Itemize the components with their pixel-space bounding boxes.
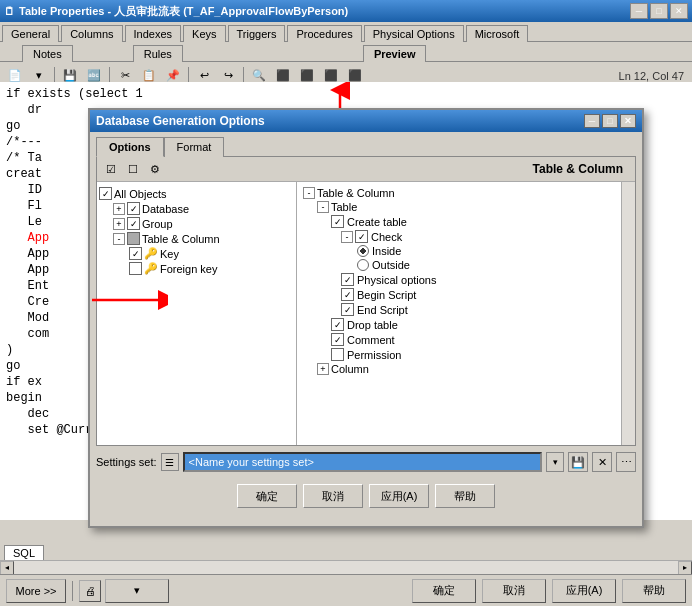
settings-more-btn[interactable]: ⋯ — [616, 452, 636, 472]
dialog-toolbar-uncheck-all[interactable]: ☐ — [123, 160, 143, 178]
more-button[interactable]: More >> — [6, 579, 66, 603]
settings-icon: ☰ — [161, 453, 179, 471]
dialog-inner-toolbar: ☑ ☐ ⚙ Table & Column — [97, 157, 635, 182]
tree-expand-database[interactable]: + — [113, 203, 125, 215]
detail-checkbox-drop-table[interactable] — [331, 318, 344, 331]
detail-radio-inside[interactable] — [357, 245, 369, 257]
dialog-tab-format[interactable]: Format — [164, 137, 225, 157]
detail-checkbox-create-table[interactable] — [331, 215, 344, 228]
dialog-maximize[interactable]: □ — [602, 114, 618, 128]
tree-item-table-column: - Table & Column — [99, 231, 294, 246]
tree-checkbox-database[interactable] — [127, 202, 140, 215]
dialog-toolbar-check-all[interactable]: ☑ — [101, 160, 121, 178]
detail-item-end-script: End Script — [303, 302, 629, 317]
tab-rules[interactable]: Rules — [133, 45, 183, 62]
detail-expand-check[interactable]: - — [341, 231, 353, 243]
detail-scrollbar[interactable] — [621, 182, 635, 445]
tree-item-foreign-key: 🔑 Foreign key — [99, 261, 294, 276]
status-sep-1 — [72, 581, 73, 601]
tab-indexes[interactable]: Indexes — [125, 25, 182, 42]
h-scroll-left[interactable]: ◂ — [0, 561, 14, 575]
detail-item-drop-table: Drop table — [303, 317, 629, 332]
settings-row: Settings set: ☰ <Name your settings set>… — [90, 446, 642, 478]
dialog-db-generation: Database Generation Options ─ □ ✕ Option… — [88, 108, 644, 528]
settings-dropdown[interactable]: ▾ — [546, 452, 564, 472]
settings-delete-btn[interactable]: ✕ — [592, 452, 612, 472]
tree-checkbox-group[interactable] — [127, 217, 140, 230]
dialog-main-content: ☑ ☐ ⚙ Table & Column All Objects + Datab… — [96, 156, 636, 446]
minimize-button[interactable]: ─ — [630, 3, 648, 19]
status-help-button[interactable]: 帮助 — [622, 579, 686, 603]
detail-item-outside: Outside — [303, 258, 629, 272]
dialog-help-button[interactable]: 帮助 — [435, 484, 495, 508]
tab-keys[interactable]: Keys — [183, 25, 225, 42]
status-dropdown[interactable]: ▾ — [105, 579, 169, 603]
detail-checkbox-physical-options[interactable] — [341, 273, 354, 286]
status-bar: More >> 🖨 ▾ 确定 取消 应用(A) 帮助 — [0, 574, 692, 606]
dialog-ok-button[interactable]: 确定 — [237, 484, 297, 508]
detail-item-begin-script: Begin Script — [303, 287, 629, 302]
tree-checkbox-all-objects[interactable] — [99, 187, 112, 200]
h-scrollbar[interactable]: ◂ ▸ — [0, 560, 692, 574]
dialog-apply-button[interactable]: 应用(A) — [369, 484, 429, 508]
tab-microsoft[interactable]: Microsoft — [466, 25, 529, 42]
dialog-cancel-button[interactable]: 取消 — [303, 484, 363, 508]
settings-input[interactable]: <Name your settings set> — [183, 452, 542, 472]
status-ok-button[interactable]: 确定 — [412, 579, 476, 603]
dialog-title-bar: Database Generation Options ─ □ ✕ — [90, 110, 642, 132]
tab-general[interactable]: General — [2, 25, 59, 42]
print-button[interactable]: 🖨 — [79, 580, 101, 602]
dialog-controls: ─ □ ✕ — [584, 114, 636, 128]
detail-item-table: - Table — [303, 200, 629, 214]
title-icon: 🗒 — [4, 5, 15, 17]
h-scroll-track[interactable] — [14, 561, 678, 574]
detail-checkbox-begin-script[interactable] — [341, 288, 354, 301]
dialog-close[interactable]: ✕ — [620, 114, 636, 128]
tree-checkbox-key[interactable] — [129, 247, 142, 260]
detail-item-comment: Comment — [303, 332, 629, 347]
detail-checkbox-check[interactable] — [355, 230, 368, 243]
foreign-key-icon: 🔑 — [144, 262, 158, 275]
tree-expand-table-column[interactable]: - — [113, 233, 125, 245]
detail-item-table-column: - Table & Column — [303, 186, 629, 200]
tab-preview[interactable]: Preview — [363, 45, 427, 62]
tab-procedures[interactable]: Procedures — [287, 25, 361, 42]
detail-checkbox-end-script[interactable] — [341, 303, 354, 316]
detail-item-check: - Check — [303, 229, 629, 244]
tree-expand-group[interactable]: + — [113, 218, 125, 230]
bottom-tab-sql[interactable]: SQL — [4, 545, 44, 560]
tree-item-all-objects: All Objects — [99, 186, 294, 201]
status-cancel-button[interactable]: 取消 — [482, 579, 546, 603]
settings-save-btn[interactable]: 💾 — [568, 452, 588, 472]
tree-item-database: + Database — [99, 201, 294, 216]
detail-item-physical-options: Physical options — [303, 272, 629, 287]
maximize-button[interactable]: □ — [650, 3, 668, 19]
menu-tabs-row2: Notes Rules Preview — [0, 42, 692, 62]
tree-checkbox-table-column[interactable] — [127, 232, 140, 245]
tree-item-key: 🔑 Key — [99, 246, 294, 261]
dialog-minimize[interactable]: ─ — [584, 114, 600, 128]
detail-item-column: + Column — [303, 362, 629, 376]
settings-label: Settings set: — [96, 456, 157, 468]
title-bar: 🗒 Table Properties - 人员审批流表 (T_AF_Approv… — [0, 0, 692, 22]
tab-physical[interactable]: Physical Options — [364, 25, 464, 42]
detail-expand-table[interactable]: - — [317, 201, 329, 213]
h-scroll-right[interactable]: ▸ — [678, 561, 692, 575]
status-apply-button[interactable]: 应用(A) — [552, 579, 616, 603]
detail-expand-table-column[interactable]: - — [303, 187, 315, 199]
title-text: 🗒 Table Properties - 人员审批流表 (T_AF_Approv… — [4, 4, 348, 19]
tab-columns[interactable]: Columns — [61, 25, 122, 42]
detail-item-inside: Inside — [303, 244, 629, 258]
tree-checkbox-foreign-key[interactable] — [129, 262, 142, 275]
dialog-toolbar-settings[interactable]: ⚙ — [145, 160, 165, 178]
detail-radio-outside[interactable] — [357, 259, 369, 271]
dialog-tab-options[interactable]: Options — [96, 137, 164, 157]
status-right-buttons: 确定 取消 应用(A) 帮助 — [412, 579, 686, 603]
detail-checkbox-comment[interactable] — [331, 333, 344, 346]
detail-checkbox-permission[interactable] — [331, 348, 344, 361]
close-button[interactable]: ✕ — [670, 3, 688, 19]
tab-triggers[interactable]: Triggers — [228, 25, 286, 42]
detail-expand-column[interactable]: + — [317, 363, 329, 375]
tab-notes[interactable]: Notes — [22, 45, 73, 62]
title-controls: ─ □ ✕ — [630, 3, 688, 19]
